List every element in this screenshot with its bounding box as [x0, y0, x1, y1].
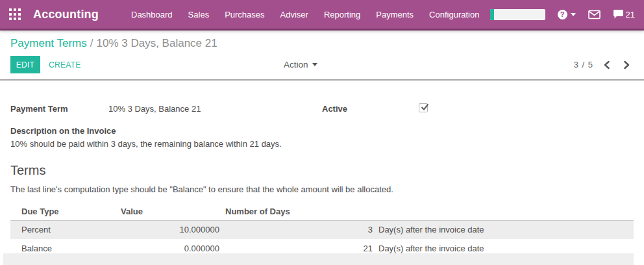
app-title: Accounting [33, 8, 99, 21]
menu-item-adviser[interactable]: Adviser [280, 10, 308, 19]
col-header-value[interactable]: Value [110, 203, 219, 220]
table-header-row: Due Type Value Number of Days [10, 203, 634, 220]
create-button[interactable]: CREATE [43, 56, 86, 73]
breadcrumb: Payment Terms/10% 3 Days, Balance 21 [10, 37, 634, 50]
edit-button[interactable]: EDIT [10, 56, 40, 73]
systray: ? 21 [490, 9, 635, 20]
action-label: Action [284, 60, 308, 69]
help-menu[interactable]: ? [558, 10, 576, 19]
menu-item-payments[interactable]: Payments [376, 10, 414, 19]
page: Accounting Dashboard Sales Purchases Adv… [0, 0, 644, 265]
table-row[interactable]: Percent 10.000000 3 Day(s) after the inv… [10, 220, 634, 239]
active-label: Active [322, 104, 419, 114]
breadcrumb-current: 10% 3 Days, Balance 21 [97, 37, 217, 49]
col-header-due-type[interactable]: Due Type [10, 203, 110, 220]
control-panel: Payment Terms/10% 3 Days, Balance 21 EDI… [0, 31, 644, 81]
menu-item-sales[interactable]: Sales [188, 10, 210, 19]
menu-item-dashboard[interactable]: Dashboard [131, 10, 173, 19]
cell-days-suffix: Day(s) after the invoice date [373, 220, 634, 239]
terms-table: Due Type Value Number of Days Percent 10… [10, 203, 634, 259]
field-description: Description on the Invoice 10% should be… [10, 126, 634, 149]
col-header-number-of-days[interactable]: Number of Days [219, 203, 373, 220]
chat-bubble-icon [613, 9, 624, 19]
message-count: 21 [626, 10, 635, 19]
menu-item-reporting[interactable]: Reporting [324, 10, 360, 19]
cell-days: 3 [219, 220, 373, 239]
action-dropdown[interactable]: Action [284, 60, 317, 69]
main-menu: Dashboard Sales Purchases Adviser Report… [131, 10, 479, 19]
apps-grid-icon[interactable] [9, 8, 21, 20]
chevron-down-icon [571, 13, 576, 16]
active-checkbox[interactable] [419, 103, 428, 112]
control-panel-buttons: EDIT CREATE Action 3 / 5 [10, 56, 634, 73]
messages-icon[interactable] [588, 10, 601, 19]
payment-term-value: 10% 3 Days, Balance 21 [108, 104, 201, 114]
help-icon: ? [558, 10, 567, 19]
breadcrumb-separator: / [87, 37, 97, 49]
description-value: 10% should be paid within 3 days, the re… [10, 139, 634, 149]
col-header-blank [373, 203, 634, 220]
field-active: Active [322, 104, 634, 114]
pager-previous-button[interactable] [600, 60, 613, 70]
terms-note: The last line's computation type should … [10, 184, 634, 194]
menu-item-configuration[interactable]: Configuration [429, 10, 479, 19]
sheet-footer-background [3, 253, 634, 265]
field-row: Payment Term 10% 3 Days, Balance 21 Acti… [10, 104, 634, 114]
top-navbar: Accounting Dashboard Sales Purchases Adv… [0, 0, 644, 31]
form-sheet: Payment Term 10% 3 Days, Balance 21 Acti… [0, 104, 644, 259]
cell-value: 10.000000 [110, 220, 219, 239]
cell-due-type: Percent [10, 220, 110, 239]
discuss-counter[interactable]: 21 [613, 9, 635, 19]
menu-item-purchases[interactable]: Purchases [225, 10, 264, 19]
chevron-down-icon [312, 63, 317, 66]
breadcrumb-payment-terms[interactable]: Payment Terms [10, 37, 87, 49]
pager: 3 / 5 [574, 60, 634, 70]
user-status-box[interactable] [490, 9, 545, 20]
check-icon [420, 102, 430, 112]
pager-value: 3 / 5 [574, 60, 593, 69]
field-payment-term: Payment Term 10% 3 Days, Balance 21 [10, 104, 322, 114]
pager-next-button[interactable] [620, 60, 634, 70]
description-label: Description on the Invoice [10, 126, 634, 136]
payment-term-label: Payment Term [10, 104, 108, 114]
terms-heading: Terms [10, 163, 634, 178]
